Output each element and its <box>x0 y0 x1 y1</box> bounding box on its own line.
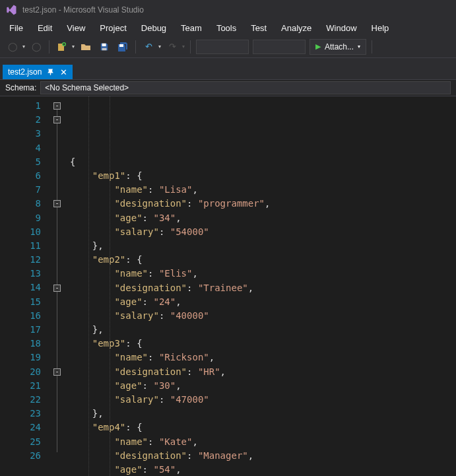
line-number: 14 <box>0 281 41 294</box>
chevron-down-icon[interactable]: ▾ <box>158 44 161 50</box>
line-number: 9 <box>0 211 41 225</box>
line-number: 2 <box>0 113 41 127</box>
open-file-icon[interactable] <box>79 40 93 54</box>
menu-item-view[interactable]: View <box>60 21 92 35</box>
menu-item-file[interactable]: File <box>3 21 30 35</box>
code-line[interactable]: "emp1": { <box>70 169 456 183</box>
line-number: 10 <box>0 225 41 239</box>
code-line[interactable]: "age": "34", <box>70 211 456 225</box>
document-tab-well: test2.json ✕ <box>0 62 456 79</box>
tab-test2-json[interactable]: test2.json ✕ <box>3 65 73 79</box>
line-number: 5 <box>0 155 41 169</box>
code-line[interactable]: "age": "30", <box>70 379 456 393</box>
code-line[interactable]: "designation": "Trainee", <box>70 281 456 295</box>
code-line[interactable]: "age": "24", <box>70 295 456 309</box>
menu-item-debug[interactable]: Debug <box>135 21 173 35</box>
menu-item-test[interactable]: Test <box>244 21 273 35</box>
tab-label: test2.json <box>8 67 42 77</box>
code-line[interactable]: "emp4": { <box>70 421 456 434</box>
code-line[interactable]: "designation": "programmer", <box>70 197 456 211</box>
code-line[interactable]: { <box>70 155 456 169</box>
redo-icon[interactable]: ↷ <box>165 40 179 54</box>
code-line[interactable]: "salary": "54000" <box>70 225 456 239</box>
nav-forward-icon[interactable]: ◯ <box>29 40 44 54</box>
platform-dropdown[interactable] <box>253 40 306 54</box>
line-number: 13 <box>0 267 41 281</box>
nav-back-icon[interactable]: ◯ <box>5 40 20 54</box>
title-bar: test2.json - Microsoft Visual Studio <box>0 0 456 20</box>
window-title: test2.json - Microsoft Visual Studio <box>22 5 144 15</box>
menu-item-team[interactable]: Team <box>174 21 209 35</box>
schema-label: Schema: <box>5 83 36 92</box>
code-line[interactable]: }, <box>70 407 456 421</box>
menu-item-help[interactable]: Help <box>365 21 396 35</box>
code-line[interactable]: "salary": "47000" <box>70 393 456 407</box>
line-number: 11 <box>0 239 41 253</box>
fold-toggle-icon[interactable]: - <box>53 368 61 376</box>
line-number: 8 <box>0 197 41 211</box>
code-line[interactable]: "emp2": { <box>70 253 456 267</box>
chevron-down-icon[interactable]: ▾ <box>182 44 185 50</box>
code-line[interactable]: }, <box>70 239 456 253</box>
line-number: 21 <box>0 379 41 393</box>
code-line[interactable]: }, <box>70 323 456 337</box>
code-line[interactable]: "designation": "HR", <box>70 365 456 379</box>
save-icon[interactable] <box>97 40 112 54</box>
chevron-down-icon[interactable]: ▾ <box>72 44 75 50</box>
fold-toggle-icon[interactable]: - <box>53 102 61 110</box>
code-line[interactable]: "salary": "40000" <box>70 309 456 323</box>
line-number: 6 <box>0 169 41 183</box>
chevron-down-icon[interactable]: ▾ <box>22 44 25 50</box>
play-icon: ▶ <box>315 42 321 51</box>
schema-selected: <No Schema Selected> <box>45 83 129 92</box>
svg-rect-2 <box>102 43 106 46</box>
menu-item-window[interactable]: Window <box>319 21 363 35</box>
schema-dropdown[interactable]: <No Schema Selected> <box>40 81 451 94</box>
new-file-icon[interactable] <box>55 40 69 54</box>
fold-toggle-icon[interactable]: - <box>53 285 61 292</box>
line-number: 1 <box>0 99 41 113</box>
menu-item-edit[interactable]: Edit <box>31 21 59 35</box>
menu-bar: FileEditViewProjectDebugTeamToolsTestAna… <box>0 20 456 36</box>
line-number: 3 <box>0 127 41 141</box>
line-number: 16 <box>0 309 41 323</box>
code-line[interactable]: "emp3": { <box>70 337 456 351</box>
menu-item-analyze[interactable]: Analyze <box>275 21 318 35</box>
line-number: 17 <box>0 323 41 337</box>
pin-icon[interactable] <box>47 68 55 76</box>
separator <box>135 40 136 53</box>
close-icon[interactable]: ✕ <box>60 68 67 77</box>
menu-item-tools[interactable]: Tools <box>210 21 243 35</box>
attach-button[interactable]: ▶ Attach... ▾ <box>309 39 366 55</box>
fold-toggle-icon[interactable]: - <box>53 116 61 123</box>
chevron-down-icon: ▾ <box>358 44 360 50</box>
code-line[interactable]: "age": "54", <box>70 463 456 476</box>
menu-item-project[interactable]: Project <box>93 21 133 35</box>
code-area[interactable]: { "emp1": { "name": "Lisa", "designation… <box>66 96 456 476</box>
line-number: 19 <box>0 351 41 364</box>
schema-bar: Schema: <No Schema Selected> <box>0 79 456 96</box>
code-line[interactable]: "name": "Lisa", <box>70 183 456 197</box>
line-number: 18 <box>0 337 41 351</box>
line-number: 23 <box>0 407 41 421</box>
fold-toggle-icon[interactable]: - <box>53 200 61 207</box>
code-line[interactable]: "designation": "Manager", <box>70 449 456 463</box>
fold-gutter: ----- <box>53 96 66 476</box>
undo-icon[interactable]: ↶ <box>141 40 156 54</box>
line-number: 26 <box>0 449 41 463</box>
attach-label: Attach... <box>325 42 354 51</box>
code-editor[interactable]: 1234567891011121314151617181920212223242… <box>0 96 456 476</box>
line-number: 12 <box>0 253 41 267</box>
code-line[interactable]: "name": "Rickson", <box>70 351 456 364</box>
line-number: 15 <box>0 295 41 309</box>
line-number: 25 <box>0 435 41 449</box>
save-all-icon[interactable] <box>115 40 130 54</box>
separator <box>190 40 191 53</box>
code-line[interactable]: "name": "Elis", <box>70 267 456 281</box>
config-dropdown[interactable] <box>196 40 249 54</box>
toolbar: ◯ ▾ ◯ ▾ ↶ ▾ ↷ ▾ ▶ Attach... ▾ <box>0 36 456 58</box>
code-line[interactable]: "name": "Kate", <box>70 435 456 449</box>
separator <box>49 40 49 53</box>
svg-rect-4 <box>119 44 123 47</box>
svg-rect-3 <box>102 48 107 50</box>
